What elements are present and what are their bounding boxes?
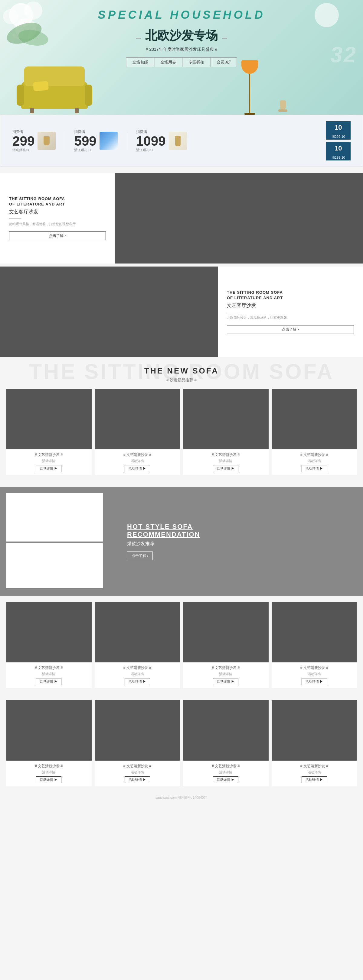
- new-sofa-header: THE SITTING ROOM SOFA THE NEW SOFA # 沙发新…: [0, 357, 363, 386]
- product-card-new-3: # 文艺清新沙发 # 活动详情 活动详情 ▶: [183, 389, 269, 475]
- source-text: saucisual.com 图片编号: 14094074: [0, 792, 363, 803]
- feature1-image: [115, 173, 363, 264]
- product-tag-new-4: # 文艺清新沙发 #: [275, 452, 354, 458]
- product-tag-new-3: # 文艺清新沙发 #: [186, 452, 265, 458]
- coupon-gift-3: [169, 132, 187, 150]
- product-tag-hot1-2: # 文艺清新沙发 #: [98, 665, 177, 671]
- product-info-hot2-2: # 文艺清新沙发 # 活动详情 活动详情 ▶: [95, 760, 180, 786]
- product-card-hot1-4: # 文艺清新沙发 # 活动详情 活动详情 ▶: [272, 602, 357, 688]
- product-btn-new-2[interactable]: 活动详情 ▶: [125, 465, 150, 472]
- product-img-hot2-2: [95, 700, 180, 760]
- hot-img-top: [6, 493, 103, 541]
- coupon-badge-2[interactable]: 10 满299-10: [326, 142, 350, 161]
- feature1-cn-title: 文艺客厅沙发: [9, 209, 106, 215]
- coupon-gift-1: [37, 132, 56, 150]
- product-info-hot1-2: # 文艺清新沙发 # 活动详情 活动详情 ▶: [95, 662, 180, 688]
- hero-special-text: SPECIAL HOUSEHOLD: [98, 8, 265, 21]
- products-hot2-grid: # 文艺清新沙发 # 活动详情 活动详情 ▶ # 文艺清新沙发 # 活动详情 活…: [0, 694, 363, 792]
- feature2-en-title: THE SITTING ROOM SOFA OF LITERATURE AND …: [227, 290, 354, 301]
- new-sofa-title-block: THE NEW SOFA # 沙发新品推荐 #: [0, 366, 363, 383]
- coupon-badges: 10 满299-10 10 满299-10: [326, 121, 350, 161]
- product-card-hot2-3: # 文艺清新沙发 # 活动详情 活动详情 ▶: [183, 700, 269, 786]
- product-info-new-3: # 文艺清新沙发 # 活动详情 活动详情 ▶: [183, 449, 269, 475]
- feature1-desc: 简约现代风格，舒适优雅，打造您的理想客厅: [9, 221, 106, 227]
- product-price-new-1: 活动详情: [9, 459, 89, 463]
- product-price-hot2-3: 活动详情: [186, 770, 265, 775]
- product-card-new-4: # 文艺清新沙发 # 活动详情 活动详情 ▶: [272, 389, 357, 475]
- product-card-hot1-2: # 文艺清新沙发 # 活动详情 活动详情 ▶: [95, 602, 180, 688]
- product-btn-new-1[interactable]: 活动详情 ▶: [36, 465, 61, 472]
- product-btn-hot1-4[interactable]: 活动详情 ▶: [302, 678, 327, 685]
- product-price-hot1-1: 活动详情: [9, 672, 89, 676]
- nav-item-member[interactable]: 会员8折: [211, 58, 237, 67]
- feature2-desc: 北欧简约设计，高品质材料，让家更温馨: [227, 315, 354, 321]
- hot-left-images: [0, 487, 109, 596]
- product-btn-hot2-4[interactable]: 活动详情 ▶: [302, 776, 327, 783]
- feature1-text: THE SITTING ROOM SOFA OF LITERATURE AND …: [0, 173, 115, 264]
- product-img-hot2-3: [183, 700, 269, 760]
- hot-title-cn: 爆款沙发推荐: [127, 541, 345, 547]
- hot-style-section: HOT STYLE SOFA RECOMMENDATION 爆款沙发推荐 点击了…: [0, 487, 363, 596]
- coupon-prefix-3: 消费满 1099 活送赠礼×1: [136, 129, 166, 152]
- product-btn-hot1-2[interactable]: 活动详情 ▶: [125, 678, 150, 685]
- nav-item-discount[interactable]: 专区折扣: [182, 58, 211, 67]
- product-card-hot2-4: # 文艺清新沙发 # 活动详情 活动详情 ▶: [272, 700, 357, 786]
- product-price-new-3: 活动详情: [186, 459, 265, 463]
- product-info-hot2-1: # 文艺清新沙发 # 活动详情 活动详情 ▶: [6, 760, 92, 786]
- product-price-hot2-1: 活动详情: [9, 770, 89, 775]
- product-price-hot2-4: 活动详情: [275, 770, 354, 775]
- new-sofa-title-sub: # 沙发新品推荐 #: [0, 377, 363, 383]
- coupon-item-1: 消费满 299 活送赠礼×1: [13, 129, 56, 152]
- feature1-btn[interactable]: 点击了解 ›: [9, 231, 106, 240]
- hero-flower-decoration: [0, 0, 67, 60]
- product-card-new-2: # 文艺清新沙发 # 活动详情 活动详情 ▶: [95, 389, 180, 475]
- product-tag-hot2-2: # 文艺清新沙发 #: [98, 764, 177, 769]
- product-btn-new-3[interactable]: 活动详情 ▶: [213, 465, 238, 472]
- feature-section-1: THE SITTING ROOM SOFA OF LITERATURE AND …: [0, 173, 363, 264]
- hero-lamp-illustration: [239, 60, 260, 115]
- product-card-hot2-2: # 文艺清新沙发 # 活动详情 活动详情 ▶: [95, 700, 180, 786]
- hot-right-text: HOT STYLE SOFA RECOMMENDATION 爆款沙发推荐 点击了…: [109, 487, 363, 596]
- product-info-new-2: # 文艺清新沙发 # 活动详情 活动详情 ▶: [95, 449, 180, 475]
- product-info-hot1-4: # 文艺清新沙发 # 活动详情 活动详情 ▶: [272, 662, 357, 688]
- product-img-new-2: [95, 389, 180, 449]
- product-tag-hot1-1: # 文艺清新沙发 #: [9, 665, 89, 671]
- nav-item-shipping[interactable]: 全场包邮: [126, 58, 154, 67]
- product-img-hot1-4: [272, 602, 357, 662]
- coupon-items: 消费满 299 活送赠礼×1 消费满 599 活送赠礼×1 消费满: [13, 129, 187, 152]
- product-btn-hot2-1[interactable]: 活动详情 ▶: [36, 776, 61, 783]
- product-btn-hot2-2[interactable]: 活动详情 ▶: [125, 776, 150, 783]
- coupon-badge-1[interactable]: 10 满299-10: [326, 121, 350, 140]
- hot-title-en: HOT STYLE SOFA RECOMMENDATION: [127, 523, 345, 538]
- new-sofa-title-en: THE NEW SOFA: [0, 366, 363, 375]
- product-btn-hot1-3[interactable]: 活动详情 ▶: [213, 678, 238, 685]
- hot-img-bottom: [6, 543, 103, 588]
- product-tag-hot2-3: # 文艺清新沙发 #: [186, 764, 265, 769]
- product-btn-hot1-1[interactable]: 活动详情 ▶: [36, 678, 61, 685]
- product-info-new-4: # 文艺清新沙发 # 活动详情 活动详情 ▶: [272, 449, 357, 475]
- hero-subtitle: # 2017年年度时尚家居沙发床具盛典 #: [146, 47, 217, 52]
- feature2-divider: [227, 312, 239, 312]
- hero-bg-text-right: 32: [330, 42, 357, 67]
- product-price-hot2-2: 活动详情: [98, 770, 177, 775]
- product-tag-hot2-4: # 文艺清新沙发 #: [275, 764, 354, 769]
- hot-btn[interactable]: 点击了解 ›: [127, 552, 153, 560]
- product-card-hot2-1: # 文艺清新沙发 # 活动详情 活动详情 ▶: [6, 700, 92, 786]
- product-tag-new-1: # 文艺清新沙发 #: [9, 452, 89, 458]
- product-btn-hot2-3[interactable]: 活动详情 ▶: [213, 776, 238, 783]
- feature2-btn[interactable]: 点击了解 ›: [227, 325, 354, 334]
- product-img-hot1-2: [95, 602, 180, 662]
- feature2-text: THE SITTING ROOM SOFA OF LITERATURE AND …: [218, 267, 363, 357]
- product-btn-new-4[interactable]: 活动详情 ▶: [302, 465, 327, 472]
- feature-section-2: THE SITTING ROOM SOFA OF LITERATURE AND …: [0, 267, 363, 357]
- coupon-gift-2: [99, 132, 118, 150]
- nav-item-coupon[interactable]: 全场用券: [154, 58, 182, 67]
- product-info-hot1-1: # 文艺清新沙发 # 活动详情 活动详情 ▶: [6, 662, 92, 688]
- hero-title-cn: — 北欧沙发专场 —: [136, 27, 227, 44]
- coupon-item-3: 消费满 1099 活送赠礼×1: [136, 129, 187, 152]
- coupon-divider-2: [127, 132, 127, 150]
- product-price-hot1-2: 活动详情: [98, 672, 177, 676]
- coupon-divider-1: [65, 132, 65, 150]
- product-img-hot1-1: [6, 602, 92, 662]
- product-tag-hot2-1: # 文艺清新沙发 #: [9, 764, 89, 769]
